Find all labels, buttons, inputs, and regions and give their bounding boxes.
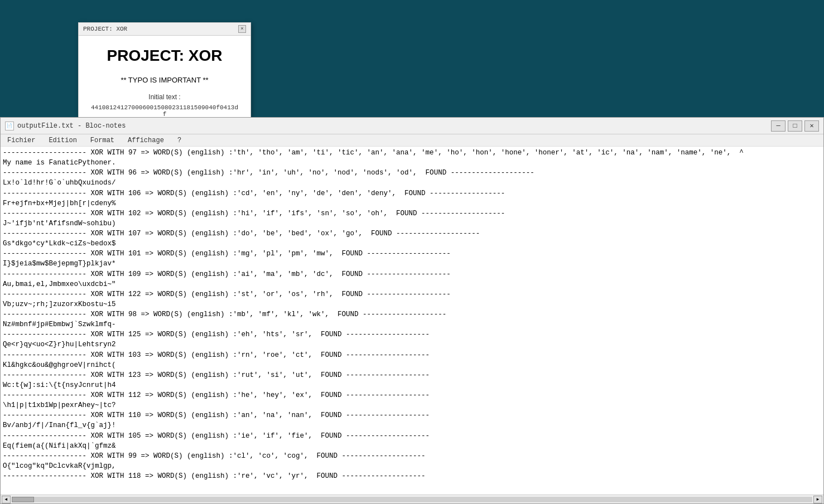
scroll-track[interactable]	[12, 497, 812, 502]
project-card-heading: PROJECT: XOR	[90, 47, 239, 65]
menu-affichage[interactable]: Affichage	[126, 137, 166, 144]
scroll-thumb[interactable]	[12, 497, 34, 502]
notepad-title: outputFile.txt - Bloc-notes	[17, 122, 126, 130]
notepad-window: 📄 outputFile.txt - Bloc-notes — □ ✕ Fich…	[0, 117, 824, 504]
project-card-title: PROJECT: XOR	[83, 26, 127, 32]
menu-fichier[interactable]: Fichier	[5, 137, 37, 144]
notepad-titlebar: 📄 outputFile.txt - Bloc-notes — □ ✕	[1, 118, 823, 134]
notepad-menubar: Fichier Edition Format Affichage ?	[1, 134, 823, 147]
menu-help[interactable]: ?	[175, 137, 184, 144]
minimize-button[interactable]: —	[771, 120, 786, 132]
project-card-initial-value: 4410812412700060015080231181509040f0413d…	[90, 104, 239, 118]
notepad-content[interactable]: -------------------- XOR WITH 97 => WORD…	[1, 147, 823, 495]
project-card-initial-label: Initial text :	[90, 93, 239, 101]
project-card-subtitle: ** TYPO IS IMPORTANT **	[90, 76, 239, 84]
project-card-titlebar: PROJECT: XOR ×	[79, 23, 250, 36]
horizontal-scrollbar[interactable]: ◄ ►	[1, 495, 823, 503]
project-card-close-button[interactable]: ×	[238, 25, 246, 33]
maximize-button[interactable]: □	[788, 120, 802, 132]
notepad-controls: — □ ✕	[771, 120, 819, 132]
scroll-left-arrow[interactable]: ◄	[2, 496, 11, 503]
close-button[interactable]: ✕	[804, 120, 819, 132]
scroll-right-arrow[interactable]: ►	[813, 496, 822, 503]
notepad-title-left: 📄 outputFile.txt - Bloc-notes	[5, 122, 126, 130]
menu-edition[interactable]: Edition	[46, 137, 79, 144]
notepad-file-icon: 📄	[5, 122, 14, 130]
menu-format[interactable]: Format	[88, 137, 117, 144]
